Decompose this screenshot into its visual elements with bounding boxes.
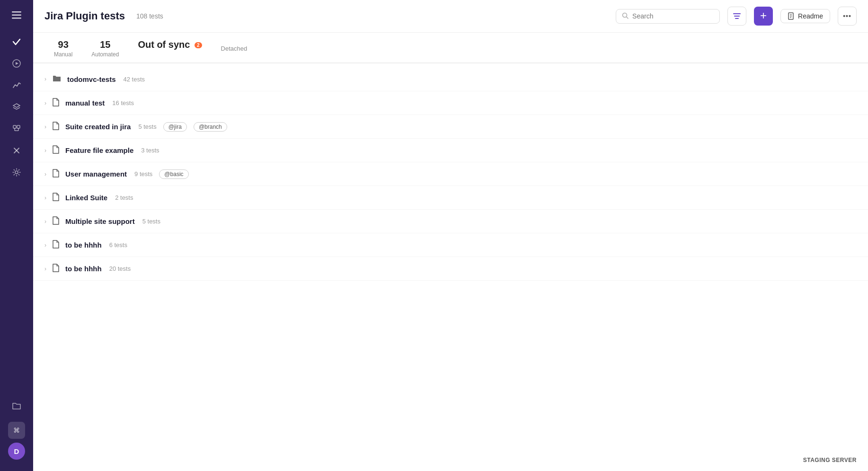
svg-point-13 <box>15 171 18 174</box>
suite-row[interactable]: › User management 9 tests @basic <box>33 162 868 186</box>
suite-name: User management <box>65 170 127 178</box>
avatar[interactable]: D <box>8 443 25 460</box>
suite-name: Suite created in jira <box>65 123 131 131</box>
tab-detached[interactable]: Detached <box>212 33 257 63</box>
chevron-right-icon: › <box>44 100 46 107</box>
svg-rect-6 <box>13 125 16 128</box>
suite-row[interactable]: › todomvc-tests 42 tests <box>33 67 868 91</box>
suite-name: to be hhhh <box>65 241 102 249</box>
suite-name: Linked Suite <box>65 194 107 202</box>
sidebar-item-settings[interactable] <box>7 163 26 182</box>
out-of-sync-count: Out of sync 2 <box>138 39 202 50</box>
sidebar-item-integrations[interactable] <box>7 119 26 138</box>
automated-label: Automated <box>91 51 119 58</box>
manual-label: Manual <box>54 51 72 58</box>
file-icon <box>52 193 60 203</box>
suite-name: Feature file example <box>65 146 133 154</box>
suite-count: 9 tests <box>134 170 152 178</box>
chevron-right-icon: › <box>44 195 46 201</box>
svg-line-15 <box>627 17 629 18</box>
file-icon <box>52 216 60 226</box>
suite-count: 16 tests <box>112 99 134 107</box>
svg-marker-5 <box>13 104 20 107</box>
shortcut-button[interactable]: ⌘ <box>8 422 25 439</box>
shortcut-icon: ⌘ <box>13 427 20 434</box>
sidebar-item-menu[interactable] <box>7 6 26 25</box>
chevron-right-icon: › <box>44 124 46 130</box>
file-icon <box>52 98 60 108</box>
tab-manual[interactable]: 93 Manual <box>44 33 82 63</box>
suite-row[interactable]: › Suite created in jira 5 tests @jira @b… <box>33 115 868 139</box>
automated-count: 15 <box>100 39 110 50</box>
more-icon: ••• <box>843 12 851 20</box>
suite-count: 3 tests <box>141 147 159 154</box>
search-icon <box>622 12 629 20</box>
sidebar-item-play[interactable] <box>7 54 26 73</box>
page-title: Jira Plugin tests <box>44 10 125 22</box>
chevron-right-icon: › <box>44 266 46 272</box>
readme-label: Readme <box>798 12 823 20</box>
suite-row[interactable]: › Linked Suite 2 tests <box>33 186 868 210</box>
suite-name: manual test <box>65 99 105 107</box>
svg-rect-0 <box>12 11 21 13</box>
tab-automated[interactable]: 15 Automated <box>82 33 128 63</box>
search-box[interactable] <box>616 9 720 24</box>
test-count: 108 tests <box>136 12 163 20</box>
staging-server-label: STAGING SERVER <box>803 457 857 463</box>
suite-count: 42 tests <box>124 76 145 83</box>
file-icon <box>52 145 60 155</box>
file-icon <box>52 122 60 132</box>
suite-name: to be hhhh <box>65 265 102 273</box>
sidebar-item-reports[interactable] <box>7 76 26 95</box>
suite-name: todomvc-tests <box>67 75 116 83</box>
chevron-right-icon: › <box>44 242 46 249</box>
svg-rect-7 <box>17 125 20 128</box>
svg-rect-2 <box>12 18 21 19</box>
sidebar: ⌘ D <box>0 0 33 471</box>
suite-row[interactable]: › Feature file example 3 tests <box>33 139 868 162</box>
tag: @jira <box>163 122 187 132</box>
sync-badge: 2 <box>195 42 202 48</box>
svg-marker-4 <box>16 62 18 65</box>
more-button[interactable]: ••• <box>838 7 857 26</box>
readme-button[interactable]: Readme <box>780 9 830 23</box>
suite-row[interactable]: › Multiple site support 5 tests <box>33 210 868 233</box>
suite-count: 5 tests <box>138 123 156 130</box>
suite-list: › todomvc-tests 42 tests › manual test 1… <box>33 63 868 471</box>
header: Jira Plugin tests 108 tests + <box>33 0 868 33</box>
tag: @branch <box>194 122 227 132</box>
folder-icon <box>52 74 62 84</box>
tabs-bar: 93 Manual 15 Automated Out of sync 2 Det… <box>33 33 868 63</box>
sidebar-item-folder[interactable] <box>7 396 26 415</box>
suite-name: Multiple site support <box>65 217 135 225</box>
suite-count: 5 tests <box>142 218 160 225</box>
chevron-right-icon: › <box>44 171 46 178</box>
suite-row[interactable]: › to be hhhh 20 tests <box>33 257 868 281</box>
suite-row[interactable]: › to be hhhh 6 tests <box>33 233 868 257</box>
svg-rect-1 <box>12 15 21 16</box>
chevron-right-icon: › <box>44 218 46 225</box>
tag: @basic <box>159 169 188 179</box>
file-icon <box>52 264 60 274</box>
sidebar-item-tools[interactable] <box>7 141 26 160</box>
suite-count: 2 tests <box>115 194 133 201</box>
search-input[interactable] <box>632 12 714 20</box>
chevron-right-icon: › <box>44 76 46 82</box>
filter-button[interactable] <box>727 7 746 26</box>
tab-out-of-sync[interactable]: Out of sync 2 <box>128 33 211 63</box>
add-button[interactable]: + <box>754 7 773 26</box>
detached-label: Detached <box>221 45 248 52</box>
manual-count: 93 <box>58 39 69 50</box>
chevron-right-icon: › <box>44 147 46 154</box>
suite-row[interactable]: › manual test 16 tests <box>33 91 868 115</box>
add-icon: + <box>760 10 767 21</box>
main-content: Jira Plugin tests 108 tests + <box>33 0 868 471</box>
suite-count: 20 tests <box>109 265 131 272</box>
sidebar-item-check[interactable] <box>7 32 26 51</box>
file-icon <box>52 169 60 179</box>
sidebar-item-layers[interactable] <box>7 98 26 116</box>
suite-count: 6 tests <box>109 241 127 249</box>
file-icon <box>52 240 60 250</box>
